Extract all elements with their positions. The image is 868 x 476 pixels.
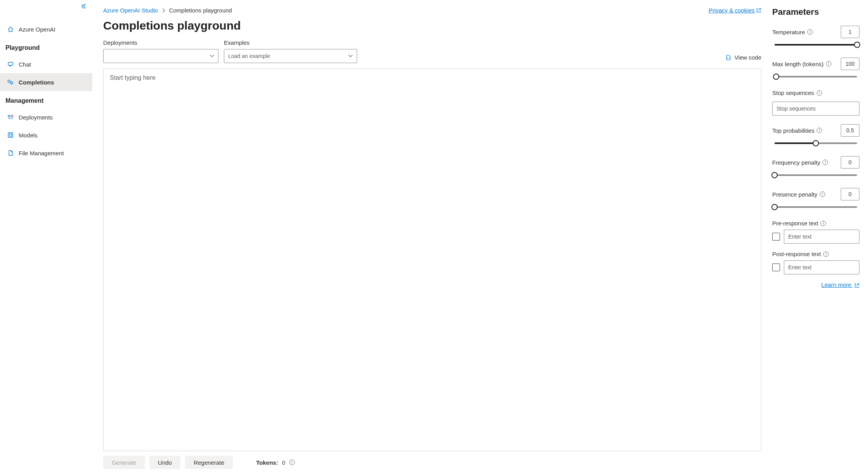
models-icon	[7, 132, 14, 139]
sidebar-item-label: File Management	[19, 150, 64, 156]
top-p-input[interactable]	[841, 124, 859, 137]
sidebar-item-label: Models	[19, 132, 37, 139]
svg-rect-5	[8, 133, 13, 137]
frequency-penalty-row: Frequency penalty i	[772, 156, 859, 169]
sidebar-collapse-button[interactable]	[81, 3, 87, 9]
examples-select[interactable]: Load an example	[224, 49, 357, 63]
sidebar-item-label: Azure OpenAI	[19, 26, 55, 33]
main: Azure OpenAI Studio Completions playgrou…	[92, 0, 868, 476]
learn-more-link[interactable]: Learn more	[772, 281, 859, 288]
view-code-button[interactable]: View code	[725, 54, 761, 63]
generate-button[interactable]: Generate	[103, 456, 145, 469]
chat-icon	[7, 61, 14, 68]
svg-rect-6	[9, 134, 12, 136]
undo-button[interactable]: Undo	[150, 456, 181, 469]
svg-point-2	[11, 82, 13, 84]
sidebar-item-completions[interactable]: Completions	[0, 73, 92, 91]
top-p-slider[interactable]	[772, 140, 859, 147]
chevron-down-icon	[348, 54, 353, 58]
deployments-label: Deployments	[103, 39, 218, 46]
view-code-label: View code	[734, 54, 761, 61]
temperature-slider[interactable]	[772, 41, 859, 48]
max-length-slider[interactable]	[772, 73, 859, 80]
frequency-penalty-slider[interactable]	[772, 172, 859, 179]
temperature-label: Temperature i	[772, 29, 813, 35]
info-icon[interactable]: i	[826, 61, 831, 67]
max-length-input[interactable]	[841, 58, 859, 70]
sidebar-item-deployments[interactable]: Deployments	[0, 108, 92, 126]
info-icon[interactable]: i	[817, 90, 822, 96]
post-response-input[interactable]	[784, 260, 859, 274]
info-icon[interactable]: i	[817, 128, 822, 133]
presence-penalty-label: Presence penalty i	[772, 191, 825, 198]
sidebar-item-label: Completions	[19, 79, 54, 86]
tokens-value: 0	[282, 459, 285, 466]
deployments-field: Deployments	[103, 39, 218, 63]
deployments-select[interactable]	[103, 49, 218, 63]
top-p-label: Top probabilities i	[772, 127, 822, 134]
sidebar: Azure OpenAI Playground Chat Completions…	[0, 0, 92, 476]
parameters-title: Parameters	[772, 7, 859, 17]
chevron-double-left-icon	[81, 3, 87, 9]
sidebar-item-home[interactable]: Azure OpenAI	[0, 20, 92, 38]
sidebar-item-label: Deployments	[19, 114, 53, 121]
examples-placeholder: Load an example	[228, 53, 270, 59]
sidebar-section-playground: Playground	[0, 38, 92, 55]
presence-penalty-input[interactable]	[841, 188, 859, 200]
tokens-display: Tokens: 0 i	[256, 459, 295, 466]
post-response-row: Post-response text i	[772, 251, 859, 257]
regenerate-button[interactable]: Regenerate	[185, 456, 232, 469]
examples-field: Examples Load an example	[224, 39, 357, 63]
stop-sequences-input[interactable]	[772, 102, 859, 116]
post-response-input-row	[772, 260, 859, 274]
privacy-link-label: Privacy & cookies	[709, 7, 755, 14]
examples-label: Examples	[224, 39, 357, 46]
post-response-checkbox[interactable]	[772, 263, 780, 271]
temperature-input[interactable]	[841, 26, 859, 38]
info-icon[interactable]: i	[820, 191, 825, 197]
stop-sequences-label: Stop sequences i	[772, 90, 822, 96]
completions-icon	[7, 79, 14, 86]
sidebar-item-label: Chat	[19, 61, 31, 68]
chevron-down-icon	[210, 54, 214, 58]
presence-penalty-row: Presence penalty i	[772, 188, 859, 200]
sidebar-item-models[interactable]: Models	[0, 126, 92, 144]
parameters-panel: Parameters Temperature i Max length (tok…	[772, 0, 868, 476]
stop-sequences-row: Stop sequences i	[772, 90, 859, 96]
deployments-icon	[7, 114, 14, 121]
sidebar-item-chat[interactable]: Chat	[0, 55, 92, 73]
svg-rect-4	[11, 115, 13, 117]
max-length-label: Max length (tokens) i	[772, 61, 831, 67]
breadcrumb-current: Completions playground	[169, 7, 232, 14]
tokens-label: Tokens:	[256, 459, 278, 466]
info-icon[interactable]: i	[807, 29, 813, 35]
pre-response-row: Pre-response text i	[772, 220, 859, 227]
page-title: Completions playground	[103, 19, 761, 32]
content-area: Azure OpenAI Studio Completions playgrou…	[92, 0, 772, 476]
selectors-row: Deployments Examples Load an example	[103, 39, 761, 63]
pre-response-checkbox[interactable]	[772, 233, 780, 241]
pre-response-input[interactable]	[784, 230, 859, 244]
frequency-penalty-input[interactable]	[841, 156, 859, 169]
file-icon	[7, 149, 14, 156]
external-link-icon	[756, 8, 761, 13]
privacy-cookies-link[interactable]: Privacy & cookies	[709, 7, 761, 14]
top-p-row: Top probabilities i	[772, 124, 859, 137]
bottom-bar: Generate Undo Regenerate Tokens: 0 i	[103, 451, 761, 476]
breadcrumb: Azure OpenAI Studio Completions playgrou…	[103, 7, 232, 14]
prompt-editor[interactable]: Start typing here	[103, 69, 761, 451]
info-icon[interactable]: i	[823, 251, 829, 257]
home-icon	[7, 26, 14, 33]
frequency-penalty-label: Frequency penalty i	[772, 159, 828, 166]
info-icon[interactable]: i	[820, 221, 826, 226]
breadcrumb-root-link[interactable]: Azure OpenAI Studio	[103, 7, 158, 14]
sidebar-section-management: Management	[0, 91, 92, 108]
sidebar-item-file-management[interactable]: File Management	[0, 144, 92, 162]
info-icon[interactable]: i	[289, 460, 295, 465]
post-response-label: Post-response text i	[772, 251, 829, 257]
temperature-row: Temperature i	[772, 26, 859, 38]
info-icon[interactable]: i	[822, 160, 828, 165]
chevron-right-icon	[162, 8, 165, 13]
code-icon	[725, 54, 731, 61]
presence-penalty-slider[interactable]	[772, 204, 859, 211]
